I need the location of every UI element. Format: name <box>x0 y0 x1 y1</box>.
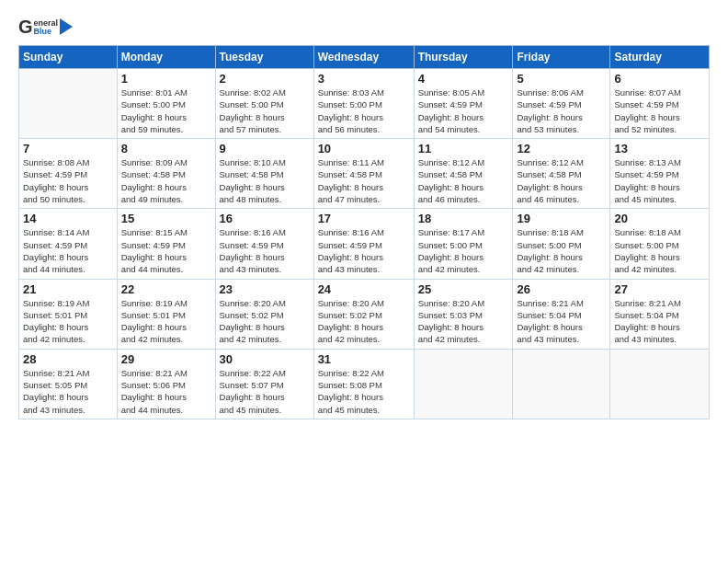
day-cell: 5Sunrise: 8:06 AM Sunset: 4:59 PM Daylig… <box>513 69 610 139</box>
day-cell: 15Sunrise: 8:15 AM Sunset: 4:59 PM Dayli… <box>117 209 215 279</box>
calendar-header: SundayMondayTuesdayWednesdayThursdayFrid… <box>19 46 710 69</box>
day-cell: 14Sunrise: 8:14 AM Sunset: 4:59 PM Dayli… <box>19 209 118 279</box>
day-cell: 6Sunrise: 8:07 AM Sunset: 4:59 PM Daylig… <box>610 69 710 139</box>
day-info: Sunrise: 8:19 AM Sunset: 5:01 PM Dayligh… <box>23 297 113 346</box>
day-number: 5 <box>517 72 606 86</box>
day-cell <box>513 349 610 419</box>
day-info: Sunrise: 8:16 AM Sunset: 4:59 PM Dayligh… <box>318 226 410 275</box>
header-cell-tuesday: Tuesday <box>215 46 313 69</box>
day-cell: 4Sunrise: 8:05 AM Sunset: 4:59 PM Daylig… <box>414 69 513 139</box>
day-number: 16 <box>220 212 310 225</box>
day-cell: 25Sunrise: 8:20 AM Sunset: 5:03 PM Dayli… <box>414 279 513 349</box>
day-info: Sunrise: 8:05 AM Sunset: 4:59 PM Dayligh… <box>418 86 509 135</box>
day-number: 29 <box>121 352 211 366</box>
day-info: Sunrise: 8:10 AM Sunset: 4:58 PM Dayligh… <box>220 156 310 205</box>
week-row-3: 14Sunrise: 8:14 AM Sunset: 4:59 PM Dayli… <box>19 209 710 279</box>
day-cell: 19Sunrise: 8:18 AM Sunset: 5:00 PM Dayli… <box>513 209 610 279</box>
day-number: 19 <box>517 212 606 225</box>
day-number: 6 <box>614 72 705 86</box>
day-cell: 1Sunrise: 8:01 AM Sunset: 5:00 PM Daylig… <box>117 69 215 139</box>
logo-line1: G eneral Blue <box>18 17 73 38</box>
day-info: Sunrise: 8:20 AM Sunset: 5:03 PM Dayligh… <box>418 297 509 346</box>
day-info: Sunrise: 8:03 AM Sunset: 5:00 PM Dayligh… <box>318 86 410 135</box>
day-number: 20 <box>614 212 705 225</box>
day-cell: 26Sunrise: 8:21 AM Sunset: 5:04 PM Dayli… <box>513 279 610 349</box>
day-cell <box>414 349 513 419</box>
day-number: 14 <box>23 212 113 225</box>
day-cell: 21Sunrise: 8:19 AM Sunset: 5:01 PM Dayli… <box>19 279 118 349</box>
page: G eneral Blue SundayMondayTuesdayWednesd… <box>0 0 728 563</box>
day-info: Sunrise: 8:12 AM Sunset: 4:58 PM Dayligh… <box>517 156 606 205</box>
day-cell: 23Sunrise: 8:20 AM Sunset: 5:02 PM Dayli… <box>215 279 313 349</box>
day-cell: 17Sunrise: 8:16 AM Sunset: 4:59 PM Dayli… <box>313 209 414 279</box>
header-cell-wednesday: Wednesday <box>313 46 414 69</box>
header-cell-saturday: Saturday <box>610 46 710 69</box>
day-info: Sunrise: 8:21 AM Sunset: 5:04 PM Dayligh… <box>517 297 606 346</box>
day-number: 18 <box>418 212 509 225</box>
day-cell: 2Sunrise: 8:02 AM Sunset: 5:00 PM Daylig… <box>215 69 313 139</box>
day-info: Sunrise: 8:06 AM Sunset: 4:59 PM Dayligh… <box>517 86 606 135</box>
header: G eneral Blue <box>18 17 710 38</box>
header-cell-thursday: Thursday <box>414 46 513 69</box>
day-number: 15 <box>121 212 211 225</box>
day-number: 23 <box>220 282 310 296</box>
day-cell: 11Sunrise: 8:12 AM Sunset: 4:58 PM Dayli… <box>414 139 513 209</box>
day-number: 7 <box>23 142 113 155</box>
week-row-4: 21Sunrise: 8:19 AM Sunset: 5:01 PM Dayli… <box>19 279 710 349</box>
day-cell: 16Sunrise: 8:16 AM Sunset: 4:59 PM Dayli… <box>215 209 313 279</box>
day-info: Sunrise: 8:14 AM Sunset: 4:59 PM Dayligh… <box>23 226 113 275</box>
day-info: Sunrise: 8:07 AM Sunset: 4:59 PM Dayligh… <box>614 86 705 135</box>
day-number: 31 <box>318 352 410 366</box>
day-number: 25 <box>418 282 509 296</box>
day-cell: 31Sunrise: 8:22 AM Sunset: 5:08 PM Dayli… <box>313 349 414 419</box>
day-number: 8 <box>121 142 211 155</box>
day-info: Sunrise: 8:20 AM Sunset: 5:02 PM Dayligh… <box>220 297 310 346</box>
day-number: 1 <box>121 72 211 86</box>
logo-g-text: G <box>18 17 33 38</box>
day-cell: 13Sunrise: 8:13 AM Sunset: 4:59 PM Dayli… <box>610 139 710 209</box>
day-number: 13 <box>614 142 705 155</box>
day-cell: 3Sunrise: 8:03 AM Sunset: 5:00 PM Daylig… <box>313 69 414 139</box>
logo: G eneral Blue <box>18 17 73 38</box>
header-row: SundayMondayTuesdayWednesdayThursdayFrid… <box>19 46 710 69</box>
day-number: 9 <box>220 142 310 155</box>
day-info: Sunrise: 8:18 AM Sunset: 5:00 PM Dayligh… <box>517 226 606 275</box>
calendar-table: SundayMondayTuesdayWednesdayThursdayFrid… <box>18 45 710 419</box>
day-info: Sunrise: 8:09 AM Sunset: 4:58 PM Dayligh… <box>121 156 211 205</box>
day-cell: 22Sunrise: 8:19 AM Sunset: 5:01 PM Dayli… <box>117 279 215 349</box>
day-number: 24 <box>318 282 410 296</box>
day-number: 26 <box>517 282 606 296</box>
day-info: Sunrise: 8:21 AM Sunset: 5:06 PM Dayligh… <box>121 367 211 416</box>
calendar-body: 1Sunrise: 8:01 AM Sunset: 5:00 PM Daylig… <box>19 69 710 419</box>
logo-arrow-icon <box>60 18 73 35</box>
day-cell <box>19 69 118 139</box>
header-cell-monday: Monday <box>117 46 215 69</box>
day-info: Sunrise: 8:01 AM Sunset: 5:00 PM Dayligh… <box>121 86 211 135</box>
day-info: Sunrise: 8:22 AM Sunset: 5:08 PM Dayligh… <box>318 367 410 416</box>
week-row-1: 1Sunrise: 8:01 AM Sunset: 5:00 PM Daylig… <box>19 69 710 139</box>
week-row-2: 7Sunrise: 8:08 AM Sunset: 4:59 PM Daylig… <box>19 139 710 209</box>
day-info: Sunrise: 8:21 AM Sunset: 5:05 PM Dayligh… <box>23 367 113 416</box>
day-info: Sunrise: 8:15 AM Sunset: 4:59 PM Dayligh… <box>121 226 211 275</box>
day-number: 2 <box>220 72 310 86</box>
day-number: 30 <box>220 352 310 366</box>
day-info: Sunrise: 8:21 AM Sunset: 5:04 PM Dayligh… <box>614 297 705 346</box>
week-row-5: 28Sunrise: 8:21 AM Sunset: 5:05 PM Dayli… <box>19 349 710 419</box>
day-cell: 27Sunrise: 8:21 AM Sunset: 5:04 PM Dayli… <box>610 279 710 349</box>
day-number: 28 <box>23 352 113 366</box>
day-cell: 9Sunrise: 8:10 AM Sunset: 4:58 PM Daylig… <box>215 139 313 209</box>
day-cell: 10Sunrise: 8:11 AM Sunset: 4:58 PM Dayli… <box>313 139 414 209</box>
day-number: 4 <box>418 72 509 86</box>
day-info: Sunrise: 8:13 AM Sunset: 4:59 PM Dayligh… <box>614 156 705 205</box>
day-cell: 20Sunrise: 8:18 AM Sunset: 5:00 PM Dayli… <box>610 209 710 279</box>
day-number: 21 <box>23 282 113 296</box>
day-number: 3 <box>318 72 410 86</box>
day-info: Sunrise: 8:16 AM Sunset: 4:59 PM Dayligh… <box>220 226 310 275</box>
day-cell: 28Sunrise: 8:21 AM Sunset: 5:05 PM Dayli… <box>19 349 118 419</box>
day-info: Sunrise: 8:20 AM Sunset: 5:02 PM Dayligh… <box>318 297 410 346</box>
day-info: Sunrise: 8:11 AM Sunset: 4:58 PM Dayligh… <box>318 156 410 205</box>
day-info: Sunrise: 8:02 AM Sunset: 5:00 PM Dayligh… <box>220 86 310 135</box>
day-number: 11 <box>418 142 509 155</box>
day-number: 27 <box>614 282 705 296</box>
day-cell: 18Sunrise: 8:17 AM Sunset: 5:00 PM Dayli… <box>414 209 513 279</box>
